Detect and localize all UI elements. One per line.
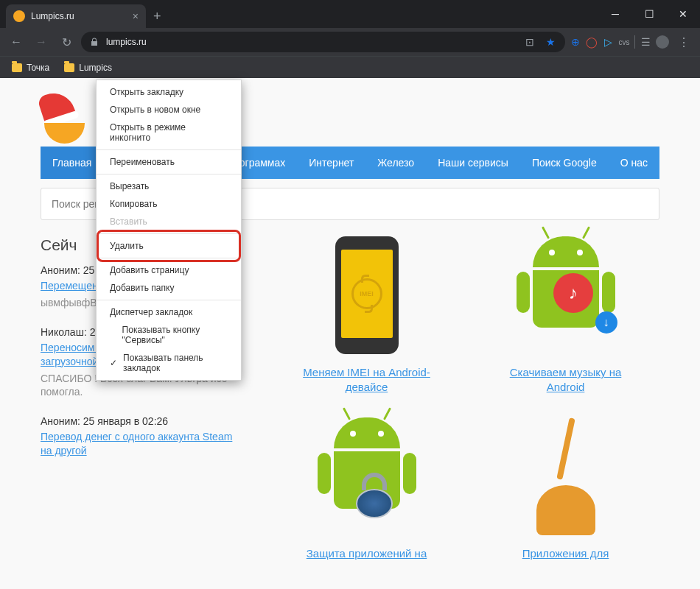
imei-icon: IMEI	[351, 278, 382, 309]
ctx-open[interactable]: Открыть закладку	[97, 83, 241, 101]
comment-link[interactable]: Перевод денег с одного аккаунта Steam на…	[41, 430, 236, 458]
browser-tab[interactable]: Lumpics.ru ×	[6, 4, 146, 28]
ctx-cut[interactable]: Вырезать	[97, 177, 241, 195]
ctx-add-page[interactable]: Добавить страницу	[97, 261, 241, 279]
separator	[97, 149, 241, 150]
ctx-paste: Вставить	[97, 213, 241, 230]
tab-strip[interactable]: Lumpics.ru × +	[0, 0, 598, 28]
folder-icon	[64, 63, 74, 72]
bookmark-folder[interactable]: Точка	[6, 60, 55, 75]
folder-icon	[12, 63, 22, 72]
maximize-button[interactable]: ☐	[632, 0, 666, 28]
ctx-open-incognito[interactable]: Открыть в режиме инкогнито	[97, 119, 241, 147]
comment-meta: Аноним: 25 января в 02:26	[41, 415, 236, 427]
extension-icon[interactable]: ▷	[602, 36, 614, 48]
nav-item[interactable]: О нас	[609, 147, 659, 179]
check-icon: ✓	[110, 358, 117, 368]
separator	[97, 300, 241, 300]
ctx-manager[interactable]: Диспетчер закладок	[97, 303, 241, 321]
ctx-show-bar[interactable]: ✓Показывать панель закладок	[97, 349, 241, 377]
music-icon: ♪	[553, 273, 593, 313]
broom-icon	[529, 417, 603, 535]
separator	[97, 233, 241, 234]
ctx-rename[interactable]: Переименовать	[97, 153, 241, 171]
article-card[interactable]: IMEI Меняем IMEI на Android-девайсе	[293, 236, 441, 395]
extension-icon[interactable]: ⊕	[570, 36, 581, 48]
article-link[interactable]: Скачиваем музыку на Android	[510, 366, 622, 393]
article-link[interactable]: Меняем IMEI на Android-девайсе	[303, 366, 430, 393]
nav-item[interactable]: Наши сервисы	[426, 147, 520, 179]
profile-avatar[interactable]	[656, 35, 669, 49]
ctx-delete[interactable]: Удалить	[97, 237, 241, 255]
ctx-add-folder[interactable]: Добавить папку	[97, 279, 241, 297]
article-card[interactable]: ♪↓ Скачиваем музыку на Android	[492, 236, 640, 395]
article-link[interactable]: Защита приложений на	[307, 547, 427, 560]
bookmark-folder[interactable]: Lumpics	[58, 60, 118, 75]
nav-home[interactable]: Главная	[41, 147, 103, 179]
new-tab-button[interactable]: +	[153, 9, 161, 24]
nav-item[interactable]: Поиск Google	[520, 147, 609, 179]
window-controls: ─ ☐ ✕	[598, 0, 700, 28]
forward-button[interactable]: →	[31, 32, 52, 52]
window-titlebar: Lumpics.ru × + ─ ☐ ✕	[0, 0, 700, 28]
close-icon[interactable]: ×	[133, 10, 139, 22]
article-link[interactable]: Приложения для	[522, 547, 609, 560]
ctx-copy[interactable]: Копировать	[97, 195, 241, 213]
extension-icon[interactable]: ◯	[586, 36, 598, 48]
ctx-show-apps[interactable]: Показывать кнопку "Сервисы"	[97, 321, 241, 349]
star-icon[interactable]: ★	[545, 36, 556, 48]
download-icon: ↓	[595, 311, 617, 334]
nav-item[interactable]: Железо	[365, 147, 426, 179]
browser-toolbar: ← → ↻ lumpics.ru ⊡ ★ ⊕ ◯ ▷ cvs ☰ ⋮	[0, 28, 700, 56]
article-card[interactable]: Защита приложений на	[293, 417, 441, 561]
address-bar[interactable]: lumpics.ru ⊡ ★	[81, 32, 565, 52]
tab-favicon	[13, 10, 25, 22]
comment-item: Аноним: 25 января в 02:26 Перевод денег …	[41, 415, 236, 458]
tab-title: Lumpics.ru	[31, 11, 74, 21]
minimize-button[interactable]: ─	[598, 0, 632, 28]
padlock-icon	[356, 473, 393, 518]
translate-icon[interactable]: ⊡	[524, 36, 536, 48]
back-button[interactable]: ←	[6, 32, 27, 52]
close-button[interactable]: ✕	[666, 0, 700, 28]
extension-icon[interactable]: cvs	[618, 36, 630, 48]
bookmarks-bar[interactable]: Точка Lumpics	[0, 56, 700, 78]
kebab-menu-icon[interactable]: ⋮	[673, 35, 694, 49]
reading-list-icon[interactable]: ☰	[640, 36, 651, 48]
reload-button[interactable]: ↻	[56, 32, 77, 52]
bookmark-label: Lumpics	[79, 63, 112, 73]
article-grid: IMEI Меняем IMEI на Android-девайсе ♪↓ С…	[273, 236, 659, 561]
ctx-open-new-window[interactable]: Открыть в новом окне	[97, 101, 241, 119]
separator	[97, 258, 241, 258]
bookmark-label: Точка	[27, 63, 49, 73]
bookmark-context-menu[interactable]: Открыть закладку Открыть в новом окне От…	[96, 80, 242, 381]
article-card[interactable]: Приложения для	[492, 417, 640, 561]
nav-item[interactable]: Интернет	[297, 147, 365, 179]
separator	[97, 174, 241, 174]
url-text: lumpics.ru	[106, 37, 147, 47]
lock-icon	[90, 38, 99, 46]
